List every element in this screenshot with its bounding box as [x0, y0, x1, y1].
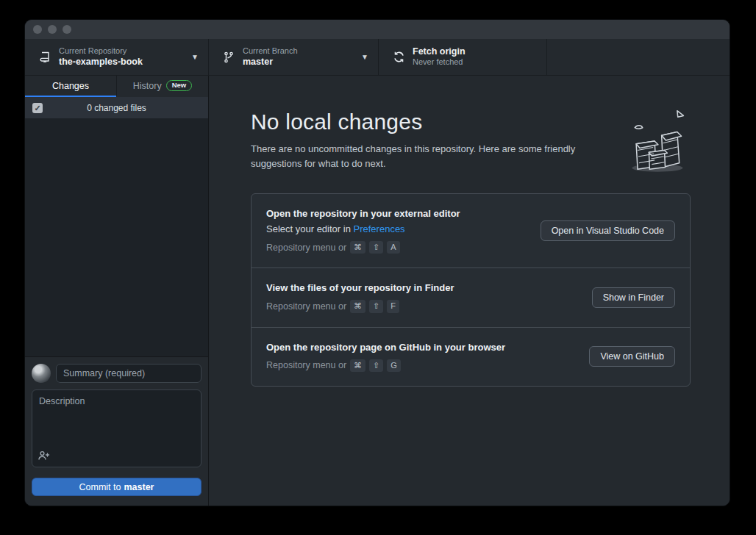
add-coauthor-icon[interactable]: [38, 450, 51, 462]
current-repository-dropdown[interactable]: Current Repository the-examples-book ▼: [25, 39, 209, 75]
current-repository-value: the-examples-book: [59, 57, 143, 68]
suggestion-title: View the files of your repository in Fin…: [266, 282, 454, 293]
git-branch-icon: [222, 51, 235, 64]
tab-changes[interactable]: Changes: [25, 76, 116, 97]
shortcut-prefix: Repository menu or: [266, 360, 346, 370]
sidebar: Changes History New ✓ 0 changed files: [25, 76, 209, 506]
close-window-button[interactable]: [33, 25, 42, 34]
current-branch-dropdown[interactable]: Current Branch master ▼: [209, 39, 379, 75]
changes-list: [25, 118, 208, 356]
sidebar-tabbar: Changes History New: [25, 76, 208, 97]
shift-key: ⇧: [369, 241, 383, 254]
new-badge: New: [166, 80, 193, 91]
sync-icon: [392, 51, 405, 64]
suggestion-show-in-finder: View the files of your repository in Fin…: [252, 268, 690, 326]
show-in-finder-button[interactable]: Show in Finder: [592, 287, 675, 308]
suggestion-title: Open the repository page on GitHub in yo…: [266, 342, 505, 353]
letter-key: F: [387, 300, 399, 312]
fetch-origin-title: Fetch origin: [413, 46, 466, 58]
zoom-window-button[interactable]: [63, 25, 71, 34]
suggestions-container: Open the repository in your external edi…: [251, 193, 691, 387]
letter-key: G: [387, 359, 401, 372]
chevron-down-icon: ▼: [361, 53, 368, 61]
commit-button-branch: master: [124, 482, 154, 492]
command-key: ⌘: [350, 359, 365, 372]
toolbar-spacer: [547, 39, 730, 75]
tab-history-label: History: [133, 81, 162, 91]
app-window: Current Repository the-examples-book ▼ C…: [24, 19, 730, 506]
shortcut-hint: Repository menu or ⌘ ⇧ F: [266, 300, 454, 312]
shortcut-prefix: Repository menu or: [266, 243, 346, 253]
suggestion-view-on-github: Open the repository page on GitHub in yo…: [252, 327, 690, 386]
no-changes-illustration: [621, 105, 691, 179]
changed-files-header: ✓ 0 changed files: [25, 97, 208, 118]
titlebar: [25, 20, 730, 39]
view-on-github-button[interactable]: View on GitHub: [589, 346, 675, 367]
tab-changes-label: Changes: [52, 81, 89, 91]
suggestion-external-editor: Open the repository in your external edi…: [252, 194, 690, 268]
repo-icon: [38, 51, 51, 64]
commit-panel: Commit to master: [25, 356, 208, 506]
suggestion-title: Open the repository in your external edi…: [266, 208, 460, 219]
commit-description-input[interactable]: [32, 389, 202, 467]
main-panel: No local changes There are no uncommitte…: [209, 76, 730, 506]
command-key: ⌘: [350, 241, 365, 254]
avatar: [32, 364, 51, 383]
toolbar: Current Repository the-examples-book ▼ C…: [25, 39, 730, 76]
open-in-editor-button[interactable]: Open in Visual Studio Code: [541, 220, 675, 241]
fetch-origin-button[interactable]: Fetch origin Never fetched: [379, 39, 547, 75]
chevron-down-icon: ▼: [191, 53, 199, 61]
commit-button[interactable]: Commit to master: [32, 478, 202, 496]
shortcut-prefix: Repository menu or: [266, 301, 346, 312]
current-branch-value: master: [243, 57, 298, 68]
tab-history[interactable]: History New: [116, 76, 208, 97]
changed-files-count: 0 changed files: [32, 103, 201, 113]
fetch-origin-subtitle: Never fetched: [413, 57, 466, 68]
commit-summary-input[interactable]: [56, 364, 202, 383]
shift-key: ⇧: [369, 300, 383, 312]
shortcut-hint: Repository menu or ⌘ ⇧ A: [266, 241, 460, 254]
page-subtitle: There are no uncommitted changes in this…: [251, 142, 627, 171]
suggestion-line: Select your editor in Preferences: [266, 223, 460, 234]
shift-key: ⇧: [369, 359, 383, 372]
editor-line-prefix: Select your editor in: [266, 223, 354, 234]
letter-key: A: [387, 241, 399, 254]
command-key: ⌘: [350, 300, 365, 312]
preferences-link[interactable]: Preferences: [354, 223, 405, 234]
commit-button-prefix: Commit to: [79, 482, 121, 492]
current-branch-label: Current Branch: [243, 46, 298, 57]
shortcut-hint: Repository menu or ⌘ ⇧ G: [266, 359, 505, 372]
minimize-window-button[interactable]: [48, 25, 57, 34]
current-repository-label: Current Repository: [59, 46, 143, 57]
